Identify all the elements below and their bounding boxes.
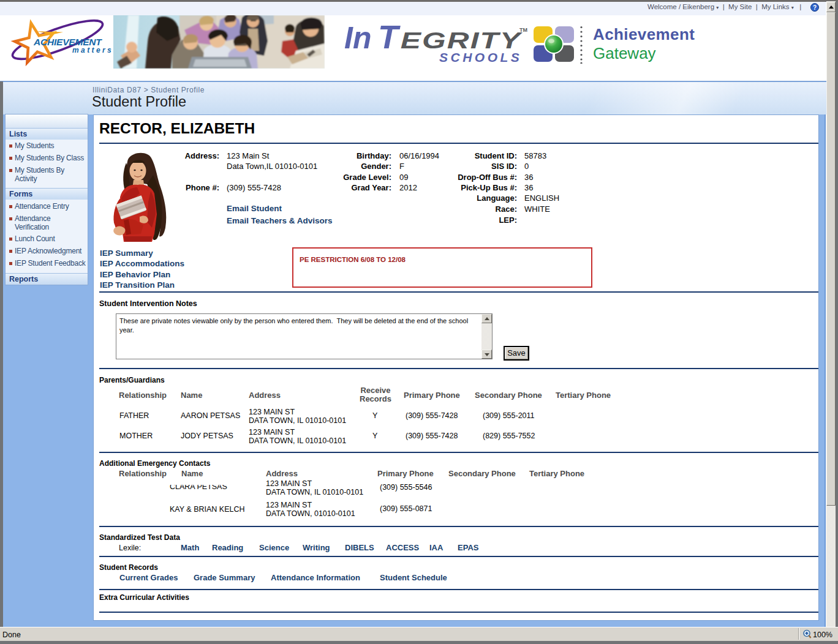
svg-text:EGRITY: EGRITY [401, 29, 523, 53]
svg-text:TM: TM [519, 27, 527, 33]
svg-text:In: In [344, 22, 371, 55]
svg-text:T: T [378, 22, 401, 55]
svg-text:matters: matters [72, 46, 113, 54]
svg-text:SCHOOLS: SCHOOLS [439, 50, 522, 64]
